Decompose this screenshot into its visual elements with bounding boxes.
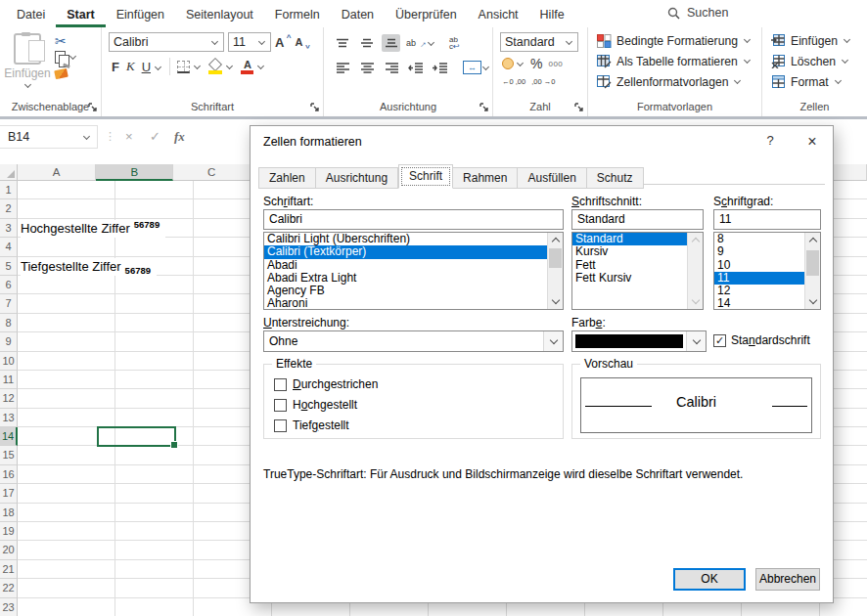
row-header-18[interactable]: 18 xyxy=(0,504,18,522)
list-item[interactable]: Fett Kursiv xyxy=(572,272,687,285)
effect-checkbox-hochgestellt[interactable]: Hochgestellt xyxy=(274,398,563,412)
dropdown-arrow-icon[interactable] xyxy=(543,331,563,351)
scrollbar-thumb[interactable] xyxy=(549,248,562,268)
font-list-scrollbar[interactable] xyxy=(547,233,563,309)
align-top-button[interactable] xyxy=(333,34,351,52)
effect-checkbox-tiefgestellt[interactable]: Tiefgestellt xyxy=(274,418,563,432)
list-item[interactable]: 9 xyxy=(714,245,804,258)
row-header-2[interactable]: 2 xyxy=(0,199,18,218)
cut-button[interactable]: ✂ xyxy=(55,34,77,48)
row-header-6[interactable]: 6 xyxy=(0,276,18,294)
insert-cells-button[interactable]: Einfügen xyxy=(762,30,867,51)
cancel-entry-button[interactable]: × xyxy=(125,129,133,144)
dialog-tab-schutz[interactable]: Schutz xyxy=(587,167,644,189)
row-header-9[interactable]: 9 xyxy=(0,332,18,351)
ribbon-tab-datei[interactable]: Datei xyxy=(6,3,56,27)
list-item[interactable]: 8 xyxy=(714,233,804,245)
formula-bar-grip[interactable]: ⋮ xyxy=(105,130,115,143)
list-item[interactable]: 14 xyxy=(714,297,804,309)
format-painter-button[interactable] xyxy=(54,68,68,80)
dialog-tab-rahmen[interactable]: Rahmen xyxy=(453,167,518,189)
row-header-23[interactable]: 23 xyxy=(0,598,18,616)
row-header-22[interactable]: 22 xyxy=(0,579,18,597)
wrap-text-button[interactable]: abc↩ xyxy=(449,36,460,50)
effect-checkbox-durchgestrichen[interactable]: Durchgestrichen xyxy=(274,377,563,391)
dialog-launcher-icon[interactable] xyxy=(310,103,320,112)
list-item[interactable]: Calibri Light (Überschriften) xyxy=(264,233,547,245)
align-center-button[interactable] xyxy=(357,59,376,76)
confirm-entry-button[interactable]: ✓ xyxy=(150,129,160,144)
row-header-14[interactable]: 14 xyxy=(0,427,18,446)
thousands-button[interactable]: 000 xyxy=(548,60,563,68)
row-header-1[interactable]: 1 xyxy=(0,181,18,199)
shrink-font-button[interactable]: A^ xyxy=(295,36,309,48)
grow-font-button[interactable]: A^ xyxy=(275,35,291,50)
selected-cell-outline[interactable] xyxy=(97,426,176,446)
scroll-down-icon[interactable] xyxy=(548,294,563,309)
dialog-tab-ausrichtung[interactable]: Ausrichtung xyxy=(316,167,398,189)
list-item[interactable]: 11 xyxy=(714,272,804,285)
row-header-19[interactable]: 19 xyxy=(0,522,18,541)
ribbon-tab-start[interactable]: Start xyxy=(56,3,105,27)
increase-decimal-button[interactable]: ←0 ,00 xyxy=(502,77,525,86)
ok-button[interactable]: OK xyxy=(673,568,746,591)
fill-color-button[interactable] xyxy=(208,60,234,73)
increase-indent-button[interactable] xyxy=(431,59,449,76)
column-header-A[interactable]: A xyxy=(18,164,97,181)
list-item[interactable]: Abadi xyxy=(264,259,547,272)
column-header-C[interactable]: C xyxy=(173,164,251,181)
delete-cells-button[interactable]: Löschen xyxy=(762,51,867,71)
ribbon-tab-hilfe[interactable]: Hilfe xyxy=(529,3,575,27)
row-header-11[interactable]: 11 xyxy=(0,371,18,389)
row-header-12[interactable]: 12 xyxy=(0,389,18,408)
align-bottom-button[interactable] xyxy=(382,34,400,52)
font-size-combo[interactable]: 11 xyxy=(228,32,271,52)
borders-button[interactable] xyxy=(177,61,202,73)
font-name-combo[interactable]: Calibri xyxy=(109,32,224,52)
list-item[interactable]: 10 xyxy=(714,259,804,272)
number-format-combo[interactable]: Standard xyxy=(500,32,578,52)
row-header-10[interactable]: 10 xyxy=(0,352,18,371)
help-button[interactable]: ? xyxy=(755,133,785,153)
row-header-7[interactable]: 7 xyxy=(0,294,18,313)
dialog-tab-ausfüllen[interactable]: Ausfüllen xyxy=(518,167,586,189)
orientation-button[interactable]: ab→ xyxy=(406,38,435,49)
font-style-input[interactable]: Standard xyxy=(571,209,704,230)
row-header-8[interactable]: 8 xyxy=(0,314,18,332)
format-cells-button[interactable]: Format xyxy=(762,71,867,92)
row-header-5[interactable]: 5 xyxy=(0,257,18,276)
font-size-scrollbar[interactable] xyxy=(804,233,820,309)
list-item[interactable]: Fett xyxy=(572,259,687,272)
dialog-launcher-icon[interactable] xyxy=(479,103,489,112)
scroll-up-icon[interactable] xyxy=(805,233,820,247)
row-header-16[interactable]: 16 xyxy=(0,465,18,484)
list-item[interactable]: Abadi Extra Light xyxy=(264,272,547,285)
search-box[interactable]: Suchen xyxy=(667,6,728,20)
cell-styles-button[interactable]: Zellenformatvorlagen xyxy=(588,71,761,92)
list-item[interactable]: Kursiv xyxy=(572,245,687,258)
ribbon-tab-seitenlayout[interactable]: Seitenlayout xyxy=(175,3,264,27)
merge-center-button[interactable]: ↔ xyxy=(455,61,490,74)
list-item[interactable]: Agency FB xyxy=(264,285,547,297)
decrease-indent-button[interactable] xyxy=(406,59,425,76)
align-middle-button[interactable] xyxy=(357,34,376,52)
list-item[interactable]: 12 xyxy=(714,285,804,297)
column-header-B[interactable]: B xyxy=(96,164,173,181)
scrollbar-thumb[interactable] xyxy=(806,250,819,276)
dialog-titlebar[interactable]: Zellen formatieren ? × xyxy=(251,126,833,158)
paste-button[interactable]: Einfügen xyxy=(8,30,47,99)
fill-handle[interactable] xyxy=(170,441,178,449)
format-as-table-button[interactable]: Als Tabelle formatieren xyxy=(588,51,761,71)
ribbon-tab-formeln[interactable]: Formeln xyxy=(264,3,331,27)
list-item[interactable]: Calibri (Textkörper) xyxy=(264,245,547,258)
normal-font-checkbox[interactable]: ✓ Standardschrift xyxy=(713,333,810,347)
underline-dropdown[interactable]: Ohne xyxy=(263,330,564,352)
underline-button[interactable]: U xyxy=(142,60,163,74)
row-header-20[interactable]: 20 xyxy=(0,541,18,559)
scroll-up-icon[interactable] xyxy=(548,233,563,247)
align-right-button[interactable] xyxy=(382,59,400,76)
color-dropdown[interactable] xyxy=(571,330,707,352)
currency-button[interactable] xyxy=(502,58,525,69)
scroll-down-icon[interactable] xyxy=(805,294,820,309)
conditional-formatting-button[interactable]: Bedingte Formatierung xyxy=(588,30,761,51)
